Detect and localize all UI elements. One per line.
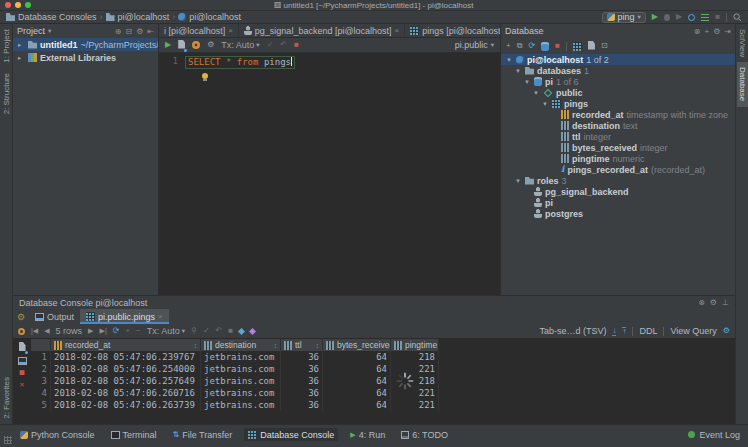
close-window-button[interactable] <box>5 2 11 8</box>
project-tree-item[interactable]: ▸External Libraries <box>13 51 158 64</box>
reload-icon[interactable]: ⟳ <box>113 327 120 335</box>
column-header[interactable]: bytes_received↕ <box>323 339 391 351</box>
table-cell[interactable]: 218 <box>391 351 439 363</box>
settings-icon[interactable]: ⚙ <box>136 27 143 36</box>
column-header[interactable]: pingtime↕ <box>391 339 439 351</box>
statusbar-item[interactable]: 6: TODO <box>397 428 452 441</box>
table-row[interactable]: 32018-02-08 05:47:06.257649jetbrains.com… <box>31 375 439 387</box>
pin-icon[interactable] <box>249 327 256 334</box>
statusbar-item[interactable]: Terminal <box>107 428 161 441</box>
console-history-icon[interactable] <box>192 41 200 49</box>
database-tree-item[interactable]: ▼roles3 <box>501 175 735 186</box>
execute-button[interactable]: ▶ <box>165 41 171 49</box>
locate-icon[interactable]: + <box>704 27 709 36</box>
statusbar-item[interactable]: Database Console <box>244 428 338 441</box>
editor-tab[interactable]: pg_signal_backend [pi@localhost] × <box>239 24 405 37</box>
event-log-button[interactable]: Event Log <box>688 428 740 441</box>
commit-icon[interactable]: ✓ <box>267 41 274 49</box>
close-result-icon[interactable]: ✕ <box>20 381 25 389</box>
import-upload-icon[interactable]: ↑ <box>622 327 626 336</box>
data-extractor-icon[interactable] <box>238 327 245 334</box>
tool-button-structure[interactable]: 2: Structure <box>1 68 12 119</box>
tool-button-sciview[interactable]: SciView <box>737 24 748 62</box>
coverage-button[interactable] <box>701 14 709 21</box>
database-tree-item[interactable]: pg_signal_backend <box>501 186 735 197</box>
rollback-icon[interactable]: ↶ <box>216 327 223 335</box>
tool-button-favorites[interactable]: 2: Favorites <box>1 372 12 424</box>
tx-mode-select[interactable]: Tx: Auto ▾ <box>221 40 259 50</box>
prev-page-button[interactable]: ◀ <box>44 327 49 335</box>
database-tree-item[interactable]: ttlinteger <box>501 131 735 142</box>
collapse-all-icon[interactable]: ⊟ <box>125 27 132 36</box>
run-button[interactable]: ▶ <box>652 13 658 21</box>
stop-query-button[interactable]: ■ <box>294 41 299 49</box>
schema-switcher[interactable]: pi.public ▾ <box>455 40 494 50</box>
console-options-icon[interactable] <box>18 328 25 335</box>
close-icon[interactable]: ⊗ <box>694 27 701 36</box>
statusbar-item[interactable]: ⇅File Transfer <box>169 428 237 441</box>
table-cell[interactable]: 2018-02-08 05:47:06.263739 <box>51 399 201 411</box>
tool-button-project[interactable]: 1: Project <box>1 24 12 68</box>
stop-button[interactable]: ■ <box>715 13 720 21</box>
minimize-window-button[interactable] <box>15 2 21 8</box>
add-datasource-icon[interactable]: + <box>506 42 511 50</box>
delete-row-button[interactable]: − <box>136 327 141 335</box>
add-row-button[interactable]: + <box>125 327 130 335</box>
tool-window-switcher-icon[interactable] <box>4 436 12 444</box>
search-icon[interactable] <box>733 13 742 22</box>
table-cell[interactable]: 64 <box>323 375 391 387</box>
table-view-icon[interactable] <box>573 42 582 51</box>
column-header[interactable]: recorded_at↕ <box>51 339 201 351</box>
database-tree-item[interactable]: ▼pi@localhost1 of 2 <box>501 54 735 65</box>
database-tree-item[interactable]: ▼databases1 <box>501 65 735 76</box>
coverage-run-button[interactable]: ▶ <box>676 13 682 21</box>
stop-icon[interactable]: ■ <box>228 327 233 335</box>
table-cell[interactable]: 221 <box>391 399 439 411</box>
table-cell[interactable]: 64 <box>323 387 391 399</box>
database-tree-item[interactable]: destinationtext <box>501 120 735 131</box>
intention-bulb-icon[interactable] <box>201 73 209 82</box>
settings-icon[interactable]: ⚙ <box>710 298 717 307</box>
compare-icon[interactable]: ⚲ <box>191 327 197 335</box>
console-view-icon[interactable] <box>18 357 27 365</box>
breadcrumb-item[interactable]: Database Consoles <box>6 12 97 22</box>
breadcrumb-item[interactable]: pi@localhost <box>178 12 241 22</box>
editor-tab[interactable]: i [pi@localhost] × <box>159 24 239 37</box>
sync-icon[interactable]: ⟳ <box>528 42 535 50</box>
datasource-properties-icon[interactable] <box>541 42 549 51</box>
table-cell[interactable]: 2018-02-08 05:47:06.254000 <box>51 363 201 375</box>
database-tree-item[interactable]: pingtimenumeric <box>501 153 735 164</box>
table-cell[interactable]: 64 <box>323 399 391 411</box>
table-cell[interactable]: 36 <box>281 375 323 387</box>
database-tree-item[interactable]: ▼pi1 of 6 <box>501 76 735 87</box>
database-tree-item[interactable]: ▼public <box>501 87 735 98</box>
statusbar-item[interactable]: ▶4: Run <box>346 428 389 441</box>
editor-tab[interactable]: pings [pi@localhost] × <box>405 24 500 37</box>
commit-icon[interactable]: ✓ <box>203 327 210 335</box>
run-config-select[interactable]: ping ▾ <box>602 12 646 23</box>
table-cell[interactable]: jetbrains.com <box>201 399 281 411</box>
dock-icon[interactable]: ⊥ <box>722 298 729 307</box>
database-tree-item[interactable]: ▼pings <box>501 98 735 109</box>
console-output-icon[interactable]: ⊡ <box>601 42 608 50</box>
table-cell[interactable]: 2018-02-08 05:47:06.260716 <box>51 387 201 399</box>
tool-button-database[interactable]: Database <box>737 62 748 106</box>
database-tree-item[interactable]: ipings_recorded_at(recorded_at) <box>501 164 735 175</box>
table-row[interactable]: 22018-02-08 05:47:06.254000jetbrains.com… <box>31 363 439 375</box>
table-cell[interactable]: 36 <box>281 399 323 411</box>
table-cell[interactable]: 2018-02-08 05:47:06.239767 <box>51 351 201 363</box>
table-cell[interactable]: 64 <box>323 351 391 363</box>
locate-icon[interactable]: ⊕ <box>115 27 122 36</box>
next-page-button[interactable]: ▶ <box>88 327 93 335</box>
close-icon[interactable]: ⊗ <box>698 298 705 307</box>
breadcrumb-item[interactable]: pi@localhost <box>106 12 170 22</box>
table-cell[interactable]: jetbrains.com <box>201 387 281 399</box>
console-tab[interactable]: pi.public.pings × <box>80 309 169 324</box>
stop-icon[interactable]: ■ <box>555 42 560 50</box>
database-tree-item[interactable]: postgres <box>501 208 735 219</box>
last-page-button[interactable]: ▶| <box>100 327 107 335</box>
open-in-editor-icon[interactable] <box>178 40 185 51</box>
duplicate-icon[interactable]: ⧉ <box>517 42 523 50</box>
table-cell[interactable]: jetbrains.com <box>201 375 281 387</box>
ddl-button[interactable]: DDL <box>639 326 657 336</box>
